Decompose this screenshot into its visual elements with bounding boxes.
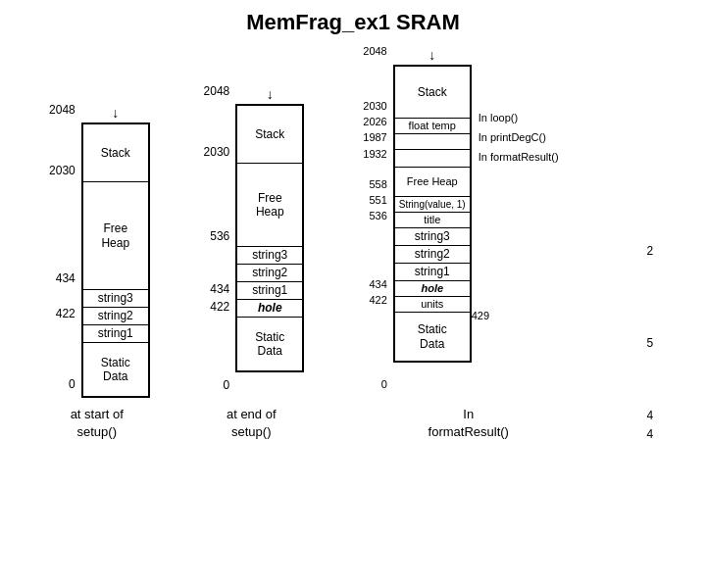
right-label-informatresult: In formatResult(): [479, 148, 559, 168]
diagram-label-3: InformatResult(): [429, 406, 509, 441]
seg-string2-d3: string2: [395, 245, 470, 263]
seg-string1-d3: string1: [395, 263, 470, 280]
seg-string3-d2: string3: [237, 246, 302, 264]
label-422-d1: 422: [56, 307, 76, 320]
page: MemFrag_ex1 SRAM 2048 2030 434 422 0 ↓ S…: [0, 0, 706, 588]
label-0-d2: 0: [224, 378, 230, 392]
label-0-d1: 0: [69, 377, 76, 391]
seg-staticdata-d3: StaticData: [395, 312, 470, 361]
page-title: MemFrag_ex1 SRAM: [10, 10, 696, 35]
mem-col-2: Stack FreeHeap string3 string2 string1 h…: [235, 104, 304, 372]
label-536-d2: 536: [210, 229, 229, 243]
label-536-d3: 536: [369, 210, 386, 221]
label-429-d3: 429: [472, 310, 489, 321]
label-558-d3: 558: [369, 178, 386, 190]
seg-empty1-d3: [395, 133, 470, 149]
mem-container-1: 2048 2030 434 422 0 ↓ Stack FreeHeap: [44, 103, 150, 398]
right-label-inprintdegc: In printDegC(): [479, 128, 559, 148]
labels-left-3: 2048 2030 2026 1987 1932 558 551 536 434…: [353, 45, 390, 398]
diagram4-content: 2 5 4 4: [641, 244, 653, 441]
seg-string2-d1: string2: [83, 307, 148, 324]
mem-container-3: 2048 2030 2026 1987 1932 558 551 536 434…: [353, 45, 584, 398]
label-434-d1: 434: [56, 271, 76, 285]
seg-freeheap-d1: FreeHeap: [83, 181, 148, 289]
arrow-d2: ↓: [267, 84, 274, 104]
seg-floattemp-d3: float temp: [395, 118, 470, 133]
label-2030-d2: 2030: [204, 145, 230, 159]
label-2048-d2: 2048: [204, 84, 230, 98]
label-434-d2: 434: [210, 282, 229, 296]
diagram-label-1: at start ofsetup(): [71, 406, 124, 441]
diagram-label-2: at end ofsetup(): [227, 406, 277, 441]
diagrams-row: 2048 2030 434 422 0 ↓ Stack FreeHeap: [10, 45, 696, 441]
diagram-1: 2048 2030 434 422 0 ↓ Stack FreeHeap: [44, 103, 150, 441]
label-1932-d3: 1932: [363, 148, 386, 160]
label-0-d3: 0: [381, 378, 387, 390]
seg-freeheap-d2: FreeHeap: [237, 163, 302, 246]
mem-col-1: Stack FreeHeap string3 string2 string1 S…: [81, 122, 150, 398]
arrow-d3: ↓: [429, 45, 435, 65]
label-422-d2: 422: [210, 300, 229, 314]
right-label-inloop: In loop(): [479, 109, 559, 128]
mem-col-3: Stack float temp Free Heap String(value,…: [393, 65, 472, 363]
arrow-d1: ↓: [112, 103, 119, 122]
labels-left-1: 2048 2030 434 422 0: [44, 103, 78, 397]
seg-title-d3: title: [395, 212, 470, 227]
seg-stack-d2: Stack: [237, 104, 302, 163]
seg-freeheap-d3: Free Heap: [395, 167, 470, 196]
label-2048-d3: 2048: [363, 45, 386, 57]
right-labels-d3: In loop() In printDegC() In formatResult…: [479, 109, 559, 167]
label-2048-d1: 2048: [49, 103, 76, 117]
seg-units-d3: units: [395, 296, 470, 312]
seg-staticdata-d1: StaticData: [83, 342, 148, 396]
seg-stack-d3: Stack: [395, 65, 470, 118]
seg-stack-d1: Stack: [83, 122, 148, 181]
mem-container-2: 2048 2030 536 434 422 0 ↓ Stack FreeHeap…: [198, 84, 304, 398]
label-422-d3: 422: [369, 294, 386, 306]
diagram-4: 2 5 4 4: [632, 244, 662, 441]
seg-staticdata-d2: StaticData: [237, 317, 302, 370]
seg-string1-d1: string1: [83, 324, 148, 342]
seg-string1-d2: string1: [237, 281, 302, 299]
label-434-d3: 434: [369, 278, 386, 290]
seg-hole-d2: hole: [237, 299, 302, 317]
label-2030-d3: 2030: [363, 100, 386, 112]
seg-stringvalue-d3: String(value, 1): [395, 196, 470, 212]
label-551-d3: 551: [369, 194, 386, 206]
diagram-2: 2048 2030 536 434 422 0 ↓ Stack FreeHeap…: [198, 84, 304, 441]
seg-string3-d3: string3: [395, 227, 470, 245]
label-2026-d3: 2026: [363, 116, 386, 127]
label-2030-d1: 2030: [49, 164, 76, 177]
label-1987-d3: 1987: [363, 131, 386, 143]
labels-left-2: 2048 2030 536 434 422 0: [198, 84, 232, 398]
seg-hole-d3: hole: [395, 280, 470, 296]
seg-string2-d2: string2: [237, 264, 302, 281]
seg-empty2-d3: [395, 149, 470, 167]
diagram-3: 2048 2030 2026 1987 1932 558 551 536 434…: [353, 45, 584, 441]
seg-string3-d1: string3: [83, 289, 148, 307]
